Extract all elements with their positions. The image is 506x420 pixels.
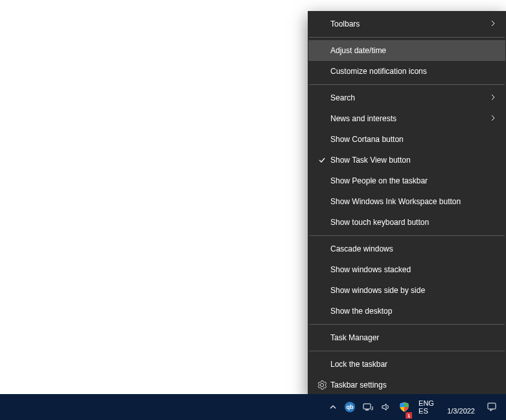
menu-label: Show Task View button — [330, 156, 496, 165]
menu-item-show-windows-side-by-side[interactable]: Show windows side by side — [308, 280, 505, 301]
svg-rect-0 — [363, 404, 371, 409]
clock-tray[interactable]: 10:39 PM 1/3/2022 — [441, 394, 479, 420]
lang-primary: ENG — [419, 399, 434, 407]
svg-rect-1 — [365, 410, 369, 410]
menu-item-toolbars[interactable]: Toolbars — [308, 14, 505, 34]
menu-item-taskbar-settings[interactable]: Taskbar settings — [308, 375, 505, 395]
lang-secondary: ES — [419, 407, 428, 415]
menu-label: Toolbars — [330, 19, 490, 29]
menu-separator — [309, 37, 505, 38]
menu-label: Adjust date/time — [330, 46, 496, 55]
menu-label: Show touch keyboard button — [330, 218, 496, 227]
menu-item-show-people[interactable]: Show People on the taskbar — [308, 170, 505, 191]
security-badge: 1 — [406, 412, 412, 419]
system-tray: qb 1 ENG ES 10:39 PM 1/3/2022 — [327, 394, 502, 420]
menu-item-lock-taskbar[interactable]: Lock the taskbar — [308, 354, 505, 375]
menu-label: Search — [330, 93, 490, 102]
menu-item-show-windows-stacked[interactable]: Show windows stacked — [308, 259, 505, 280]
menu-item-show-desktop[interactable]: Show the desktop — [308, 301, 505, 321]
menu-separator — [309, 235, 505, 236]
chevron-right-icon — [490, 114, 496, 123]
menu-label: News and interests — [330, 114, 490, 123]
menu-label: Lock the taskbar — [330, 360, 496, 369]
chevron-right-icon — [490, 93, 496, 102]
tray-overflow-chevron-icon[interactable] — [327, 394, 339, 420]
menu-label: Customize notification icons — [330, 67, 496, 76]
menu-item-adjust-datetime[interactable]: Adjust date/time — [308, 40, 505, 61]
menu-separator — [309, 351, 505, 351]
menu-label: Show the desktop — [330, 307, 496, 316]
menu-item-cascade-windows[interactable]: Cascade windows — [308, 239, 505, 259]
menu-label: Taskbar settings — [330, 380, 496, 390]
network-tray-icon[interactable] — [360, 394, 376, 420]
menu-item-search[interactable]: Search — [308, 88, 505, 108]
menu-label: Cascade windows — [330, 244, 496, 253]
chevron-right-icon — [490, 19, 496, 29]
taskbar-context-menu: Toolbars Adjust date/time Customize noti… — [308, 11, 506, 398]
qbittorrent-tray-icon[interactable]: qb — [342, 394, 358, 420]
gear-icon — [316, 380, 328, 390]
language-indicator[interactable]: ENG ES — [415, 394, 438, 420]
menu-item-customize-notification-icons[interactable]: Customize notification icons — [308, 61, 505, 82]
menu-label: Show windows side by side — [330, 286, 496, 295]
menu-label: Show windows stacked — [330, 265, 496, 274]
menu-item-show-task-view[interactable]: Show Task View button — [308, 150, 505, 170]
menu-item-task-manager[interactable]: Task Manager — [308, 327, 505, 348]
menu-label: Show People on the taskbar — [330, 176, 496, 185]
menu-label: Show Cortana button — [330, 135, 496, 144]
volume-tray-icon[interactable] — [378, 394, 394, 420]
taskbar[interactable]: qb 1 ENG ES 10:39 PM 1/3/2022 — [0, 394, 506, 420]
menu-separator — [309, 84, 505, 85]
qb-icon: qb — [345, 402, 355, 412]
svg-rect-2 — [488, 403, 496, 409]
action-center-icon[interactable] — [481, 394, 502, 420]
clock-date: 1/3/2022 — [447, 407, 475, 415]
menu-item-show-ink-workspace[interactable]: Show Windows Ink Workspace button — [308, 191, 505, 212]
menu-label: Show Windows Ink Workspace button — [330, 197, 496, 206]
security-tray-icon[interactable]: 1 — [397, 394, 412, 420]
check-icon — [316, 156, 328, 164]
menu-item-news-interests[interactable]: News and interests — [308, 108, 505, 129]
menu-label: Task Manager — [330, 333, 496, 342]
menu-separator — [309, 324, 505, 325]
menu-item-show-touch-keyboard[interactable]: Show touch keyboard button — [308, 212, 505, 233]
menu-item-show-cortana[interactable]: Show Cortana button — [308, 129, 505, 150]
